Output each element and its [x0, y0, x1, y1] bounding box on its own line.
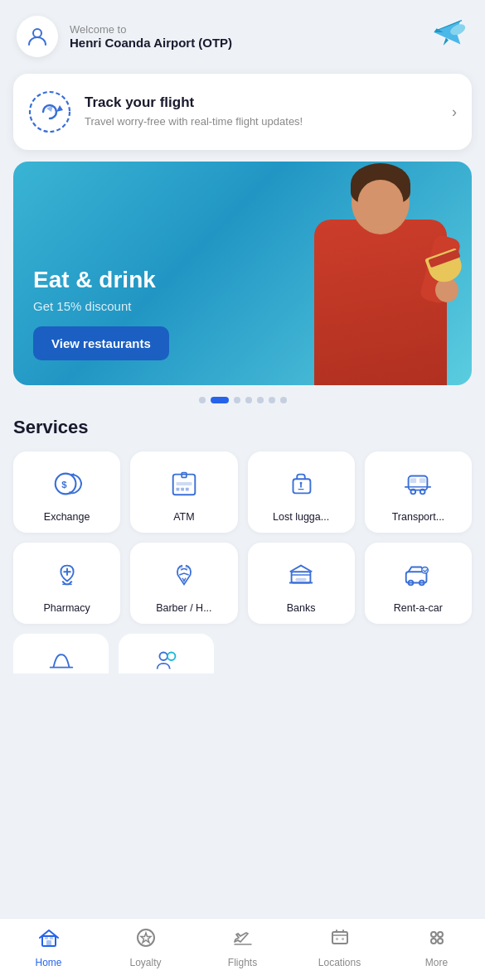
nav-locations-label: Locations	[318, 957, 361, 968]
loyalty-icon	[135, 927, 157, 953]
track-flight-card[interactable]: Track your flight Travel worry-free with…	[13, 74, 472, 150]
svg-point-20	[185, 565, 189, 569]
svg-rect-36	[332, 932, 347, 944]
airport-name: Henri Coanda Airport (OTP)	[70, 36, 232, 50]
nav-home[interactable]: Home	[24, 927, 74, 968]
banner-subtitle: Get 15% discount	[33, 299, 169, 313]
svg-point-29	[167, 653, 175, 661]
dot-2[interactable]	[211, 397, 229, 403]
svg-rect-7	[176, 482, 192, 485]
svg-rect-9	[181, 488, 184, 491]
svg-rect-40	[336, 938, 338, 940]
partial-service-1	[13, 634, 109, 673]
transport-label: Transport...	[392, 511, 444, 523]
dot-6[interactable]	[269, 397, 275, 403]
service-barber[interactable]: Barber / H...	[130, 543, 237, 624]
services-title: Services	[13, 417, 472, 438]
svg-point-16	[411, 490, 416, 495]
services-grid: $ Exchange ATM	[13, 451, 472, 624]
svg-rect-14	[410, 478, 417, 483]
chevron-right-icon: ›	[452, 104, 457, 121]
dot-4[interactable]	[245, 397, 252, 403]
nav-loyalty[interactable]: Loyalty	[121, 927, 171, 968]
svg-point-2	[30, 92, 70, 132]
banks-icon	[282, 556, 320, 594]
service-banks[interactable]: Banks	[248, 543, 355, 624]
svg-rect-10	[186, 488, 189, 491]
banner-figure	[289, 162, 472, 385]
service-exchange[interactable]: $ Exchange	[13, 451, 120, 533]
atm-icon	[165, 465, 203, 503]
track-desc: Travel worry-free with real-time flight …	[85, 114, 439, 129]
transport-icon	[399, 465, 437, 503]
service-lost-luggage[interactable]: Lost lugga...	[248, 451, 355, 533]
svg-point-28	[159, 653, 167, 661]
track-flight-icon	[28, 90, 71, 133]
banner-content: Eat & drink Get 15% discount View restau…	[13, 246, 189, 385]
services-section: Services $ Exchange	[0, 417, 485, 624]
svg-rect-41	[342, 938, 344, 940]
barber-label: Barber / H...	[156, 602, 211, 614]
view-restaurants-button[interactable]: View restaurants	[33, 326, 169, 360]
track-title: Track your flight	[85, 94, 439, 111]
nav-flights-label: Flights	[228, 957, 257, 968]
atm-label: ATM	[173, 511, 194, 523]
nav-loyalty-label: Loyalty	[129, 957, 161, 968]
dot-3[interactable]	[234, 397, 240, 403]
svg-point-43	[438, 932, 443, 937]
nav-flights[interactable]: Flights	[218, 927, 268, 968]
service-rent-car[interactable]: Rent-a-car	[365, 543, 472, 624]
pharmacy-label: Pharmacy	[43, 602, 90, 614]
svg-rect-15	[420, 478, 426, 483]
svg-point-17	[420, 490, 425, 495]
home-icon	[38, 927, 60, 953]
svg-point-19	[179, 565, 183, 569]
flights-icon	[232, 927, 254, 953]
more-icon	[426, 927, 448, 953]
svg-rect-8	[176, 488, 179, 491]
svg-rect-6	[182, 473, 187, 478]
exchange-label: Exchange	[44, 511, 90, 523]
dot-7[interactable]	[280, 397, 287, 403]
bottom-navigation: Home Loyalty Flights	[0, 918, 485, 980]
exchange-icon: $	[48, 465, 86, 503]
avatar[interactable]	[17, 16, 58, 57]
nav-more[interactable]: More	[412, 927, 462, 968]
welcome-text: Welcome to	[70, 23, 232, 36]
svg-rect-11	[293, 479, 311, 493]
nav-locations[interactable]: Locations	[315, 927, 365, 968]
service-atm[interactable]: ATM	[130, 451, 237, 533]
rent-car-label: Rent-a-car	[394, 602, 443, 614]
partial-service-2	[119, 634, 214, 673]
lost-luggage-label: Lost lugga...	[273, 511, 329, 523]
banner-title: Eat & drink	[33, 266, 169, 294]
svg-rect-31	[46, 940, 51, 946]
svg-rect-33	[50, 937, 53, 939]
partial-services-row	[0, 634, 485, 673]
lost-luggage-icon	[282, 465, 320, 503]
service-pharmacy[interactable]: Pharmacy	[13, 543, 120, 624]
svg-point-12	[300, 482, 303, 485]
svg-point-42	[431, 932, 436, 937]
airplane-icon	[429, 15, 468, 57]
dot-5[interactable]	[257, 397, 264, 403]
barber-icon	[165, 556, 203, 594]
pharmacy-icon	[48, 556, 86, 594]
banks-label: Banks	[287, 602, 316, 614]
dot-1[interactable]	[199, 397, 206, 403]
locations-icon	[329, 927, 351, 953]
svg-rect-22	[295, 578, 306, 582]
svg-rect-32	[45, 937, 48, 939]
nav-home-label: Home	[35, 957, 61, 968]
banner-dots	[0, 397, 485, 403]
svg-point-45	[438, 939, 443, 944]
svg-text:$: $	[61, 480, 67, 490]
service-transport[interactable]: Transport...	[365, 451, 472, 533]
nav-more-label: More	[425, 957, 448, 968]
rent-car-icon	[399, 556, 437, 594]
svg-point-44	[431, 939, 436, 944]
header: Welcome to Henri Coanda Airport (OTP)	[0, 0, 485, 65]
promo-banner: Eat & drink Get 15% discount View restau…	[13, 162, 472, 385]
svg-point-0	[33, 29, 41, 37]
